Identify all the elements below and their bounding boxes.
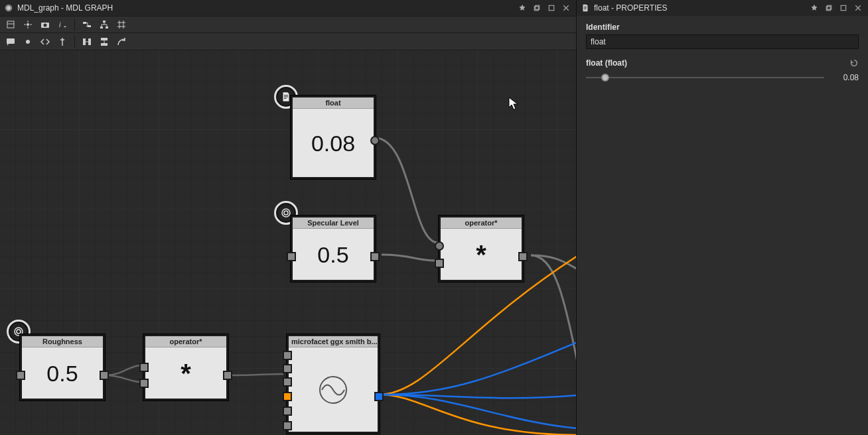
port-out[interactable] bbox=[100, 371, 109, 380]
port-in[interactable] bbox=[16, 371, 25, 380]
svg-rect-20 bbox=[101, 43, 108, 46]
node-operator-top-title: operator* bbox=[441, 218, 522, 229]
node-roughness-title: Roughness bbox=[22, 336, 103, 347]
svg-rect-2 bbox=[534, 7, 538, 11]
port-in[interactable] bbox=[287, 252, 296, 261]
svg-rect-3 bbox=[536, 5, 540, 9]
edit-icon[interactable] bbox=[4, 18, 17, 31]
port-in-6[interactable] bbox=[283, 421, 292, 430]
pin-icon[interactable] bbox=[808, 2, 820, 14]
node-specular-title: Specular Level bbox=[293, 218, 374, 229]
pin-icon[interactable] bbox=[516, 2, 528, 14]
port-in-a[interactable] bbox=[139, 363, 149, 372]
port-out[interactable] bbox=[370, 136, 380, 145]
svg-rect-19 bbox=[101, 38, 108, 40]
node-operator-top[interactable]: operator* * bbox=[439, 216, 524, 282]
document-icon bbox=[581, 3, 590, 13]
dock-icon[interactable] bbox=[115, 35, 128, 48]
node-microfacet-title: microfacet ggx smith b... bbox=[289, 336, 378, 347]
node-operator-bottom-title: operator* bbox=[145, 336, 226, 347]
identifier-input[interactable] bbox=[586, 34, 859, 49]
graph-title: MDL_graph - MDL GRAPH bbox=[17, 3, 113, 13]
svg-point-6 bbox=[27, 23, 29, 26]
port-in-a[interactable] bbox=[435, 241, 444, 251]
info-icon[interactable]: i bbox=[56, 18, 69, 31]
port-in-b[interactable] bbox=[435, 259, 444, 268]
maximize-icon[interactable] bbox=[545, 2, 557, 14]
svg-rect-27 bbox=[828, 5, 832, 9]
node-float[interactable]: float 0.08 bbox=[291, 95, 376, 179]
svg-rect-11 bbox=[88, 25, 91, 27]
svg-rect-26 bbox=[826, 7, 830, 11]
collapse-icon[interactable] bbox=[38, 35, 52, 48]
port-out[interactable] bbox=[223, 371, 232, 380]
node-microfacet[interactable]: microfacet ggx smith b... bbox=[287, 334, 380, 434]
port-out[interactable] bbox=[370, 252, 380, 261]
graph-toolbar-1: i bbox=[0, 16, 576, 33]
svg-text:i: i bbox=[59, 21, 61, 29]
svg-point-22 bbox=[284, 211, 288, 215]
node-roughness[interactable]: Roughness 0.5 bbox=[20, 334, 105, 401]
identifier-label: Identifier bbox=[586, 23, 859, 32]
port-in-4[interactable] bbox=[283, 392, 292, 401]
node-specular-value: 0.5 bbox=[317, 242, 348, 268]
node-specular[interactable]: Specular Level 0.5 bbox=[291, 216, 376, 282]
node-float-title: float bbox=[293, 97, 374, 109]
node-float-value: 0.08 bbox=[311, 131, 355, 156]
node-roughness-value: 0.5 bbox=[46, 361, 78, 387]
frame-icon[interactable] bbox=[21, 35, 35, 48]
graph-canvas[interactable]: float 0.08 Specular Level 0.5 operator* … bbox=[0, 50, 576, 435]
wave-icon bbox=[318, 375, 348, 405]
restore-icon[interactable] bbox=[823, 2, 835, 14]
hierarchy-icon[interactable] bbox=[98, 18, 111, 31]
close-icon[interactable] bbox=[852, 2, 864, 14]
graph-panel: MDL_graph - MDL GRAPH i bbox=[0, 0, 576, 435]
maximize-icon[interactable] bbox=[837, 2, 849, 14]
node-operator-top-glyph: * bbox=[476, 241, 486, 268]
svg-rect-12 bbox=[103, 21, 106, 23]
port-in-2[interactable] bbox=[283, 364, 292, 373]
cursor-icon bbox=[508, 97, 519, 110]
grid-icon[interactable] bbox=[115, 18, 128, 31]
svg-point-8 bbox=[44, 24, 47, 27]
float-slider[interactable] bbox=[586, 73, 824, 82]
svg-point-21 bbox=[282, 209, 290, 217]
svg-rect-10 bbox=[83, 22, 86, 24]
arrange-icon[interactable] bbox=[21, 18, 35, 31]
svg-rect-14 bbox=[106, 27, 108, 29]
svg-rect-13 bbox=[100, 27, 103, 29]
float-value: 0.08 bbox=[832, 73, 859, 82]
graph-title-bar: MDL_graph - MDL GRAPH bbox=[0, 0, 576, 16]
align-v-icon[interactable] bbox=[98, 35, 111, 48]
port-in-b[interactable] bbox=[139, 379, 149, 388]
graph-toolbar-2 bbox=[0, 33, 576, 50]
svg-rect-5 bbox=[7, 21, 14, 28]
port-in-3[interactable] bbox=[283, 377, 292, 387]
camera-icon[interactable] bbox=[38, 18, 52, 31]
param-label: float (float) bbox=[586, 58, 627, 68]
properties-panel: float - PROPERTIES Identifier float (flo… bbox=[576, 0, 868, 435]
svg-rect-17 bbox=[83, 38, 86, 45]
link-icon[interactable] bbox=[80, 18, 94, 31]
svg-rect-28 bbox=[841, 5, 846, 11]
svg-point-1 bbox=[7, 6, 10, 9]
properties-title: float - PROPERTIES bbox=[594, 3, 667, 13]
port-out[interactable] bbox=[518, 252, 528, 261]
svg-rect-4 bbox=[549, 5, 554, 11]
graph-icon bbox=[4, 3, 13, 13]
node-operator-bottom-glyph: * bbox=[181, 360, 191, 387]
reset-icon[interactable] bbox=[849, 58, 859, 68]
node-operator-bottom[interactable]: operator* * bbox=[143, 334, 228, 401]
restore-icon[interactable] bbox=[531, 2, 543, 14]
pin-node-icon[interactable] bbox=[56, 35, 69, 48]
port-out[interactable] bbox=[374, 392, 384, 401]
svg-point-16 bbox=[26, 40, 30, 44]
svg-rect-18 bbox=[88, 38, 91, 45]
svg-point-24 bbox=[17, 330, 21, 334]
comment-icon[interactable] bbox=[4, 35, 17, 48]
align-h-icon[interactable] bbox=[80, 35, 94, 48]
close-icon[interactable] bbox=[560, 2, 572, 14]
port-in-1[interactable] bbox=[283, 351, 292, 360]
properties-title-bar: float - PROPERTIES bbox=[577, 0, 868, 16]
port-in-5[interactable] bbox=[283, 406, 292, 416]
